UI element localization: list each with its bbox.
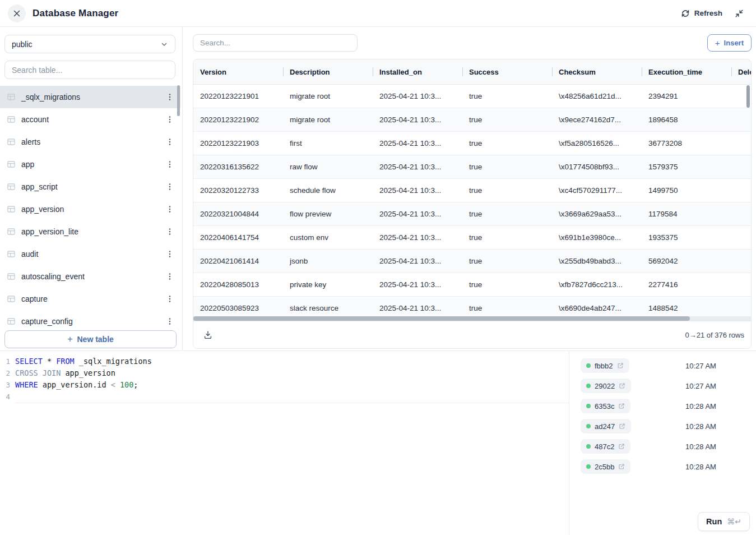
table-menu-button[interactable]	[165, 91, 175, 103]
table-cell[interactable]: 20220321004844	[193, 210, 283, 218]
table-cell[interactable]: 2025-04-21 10:3...	[373, 92, 462, 100]
table-cell[interactable]: 2025-04-21 10:3...	[373, 163, 462, 171]
table-cell[interactable]: \xfb7827d6cc213...	[552, 280, 642, 289]
table-cell[interactable]: flow preview	[283, 210, 373, 218]
table-cell[interactable]: 2394291	[642, 92, 731, 100]
table-search-input[interactable]	[4, 61, 175, 79]
horizontal-scrollbar[interactable]	[193, 316, 690, 321]
table-cell[interactable]: 1179584	[642, 210, 731, 218]
table-cell[interactable]: custom env	[283, 233, 373, 242]
table-cell[interactable]: true	[462, 257, 552, 265]
sql-editor[interactable]: 1 SELECT * FROM _sqlx_migrations 2 CROSS…	[0, 351, 569, 535]
table-cell[interactable]: true	[462, 210, 552, 218]
data-search-input[interactable]	[193, 34, 358, 52]
table-cell[interactable]: 20220316135622	[193, 163, 283, 171]
table-row[interactable]: 20220428085013private key2025-04-21 10:3…	[193, 273, 752, 297]
table-cell[interactable]: \xc4cf570291177...	[552, 186, 642, 195]
query-result-pill[interactable]: 6353c	[581, 399, 630, 413]
table-cell[interactable]: 2025-04-21 10:3...	[373, 233, 462, 242]
collapse-window-button[interactable]	[735, 9, 744, 18]
table-cell[interactable]: 2277416	[642, 280, 731, 289]
table-cell[interactable]: \x6690de4ab247...	[552, 304, 642, 312]
query-result-pill[interactable]: 487c2	[581, 439, 630, 454]
sidebar-table-item[interactable]: audit	[0, 243, 180, 265]
table-cell[interactable]: \x255db49babd3...	[552, 257, 642, 265]
table-cell[interactable]: true	[462, 233, 552, 242]
table-cell[interactable]: \x48256a61d21d...	[552, 92, 642, 100]
table-cell[interactable]: 2025-04-21 10:3...	[373, 139, 462, 147]
table-menu-button[interactable]	[165, 181, 175, 192]
query-result-pill[interactable]: ad247	[581, 419, 631, 433]
table-menu-button[interactable]	[165, 226, 175, 237]
table-cell[interactable]: true	[462, 280, 552, 289]
refresh-button[interactable]: Refresh	[681, 9, 722, 18]
query-result-pill[interactable]: 29022	[581, 379, 631, 393]
table-cell[interactable]: true	[462, 163, 552, 171]
table-cell[interactable]: 2025-04-21 10:3...	[373, 210, 462, 218]
table-menu-button[interactable]	[165, 248, 175, 260]
table-cell[interactable]: 20220428085013	[193, 280, 283, 289]
table-cell[interactable]: 20220503085923	[193, 304, 283, 312]
table-cell[interactable]: 1579375	[642, 163, 731, 171]
sidebar-table-item[interactable]: capture	[0, 288, 180, 310]
table-cell[interactable]: 20220406141754	[193, 233, 283, 242]
table-cell[interactable]: 2025-04-21 10:3...	[373, 116, 462, 124]
table-cell[interactable]: 2025-04-21 10:3...	[373, 304, 462, 312]
table-menu-button[interactable]	[165, 114, 175, 125]
table-cell[interactable]: 1935375	[642, 233, 731, 242]
table-cell[interactable]: jsonb	[283, 257, 373, 265]
table-row[interactable]: 20220421061414jsonb2025-04-21 10:3...tru…	[193, 250, 752, 273]
table-row[interactable]: 20220123221902migrate root2025-04-21 10:…	[193, 108, 752, 132]
table-row[interactable]: 20220406141754custom env2025-04-21 10:3.…	[193, 226, 752, 250]
table-cell[interactable]: 2025-04-21 10:3...	[373, 257, 462, 265]
table-cell[interactable]: \x9ece274162d7...	[552, 116, 642, 124]
sidebar-table-item[interactable]: app_script	[0, 176, 180, 198]
table-cell[interactable]: first	[283, 139, 373, 147]
table-cell[interactable]: true	[462, 92, 552, 100]
table-row[interactable]: 20220316135622raw flow2025-04-21 10:3...…	[193, 155, 752, 179]
table-cell[interactable]: \xf5a280516526...	[552, 139, 642, 147]
table-menu-button[interactable]	[165, 293, 175, 305]
table-cell[interactable]: migrate root	[283, 116, 373, 124]
table-cell[interactable]: true	[462, 186, 552, 195]
table-row[interactable]: 20220320122733schedule flow2025-04-21 10…	[193, 179, 752, 202]
table-cell[interactable]: 36773208	[642, 139, 731, 147]
close-button[interactable]	[8, 4, 26, 22]
sidebar-table-item[interactable]: app	[0, 153, 180, 176]
table-menu-button[interactable]	[165, 271, 175, 282]
table-cell[interactable]: true	[462, 116, 552, 124]
table-menu-button[interactable]	[165, 204, 175, 215]
table-cell[interactable]: private key	[283, 280, 373, 289]
table-cell[interactable]: 1499750	[642, 186, 731, 195]
table-cell[interactable]: 20220421061414	[193, 257, 283, 265]
sidebar-table-item[interactable]: capture_config	[0, 310, 180, 328]
download-button[interactable]	[203, 330, 212, 339]
table-cell[interactable]: 5692042	[642, 257, 731, 265]
table-cell[interactable]: \x691b1e3980ce...	[552, 233, 642, 242]
table-row[interactable]: 20220123221901migrate root2025-04-21 10:…	[193, 85, 752, 108]
table-cell[interactable]: 20220123221902	[193, 116, 283, 124]
sidebar-table-item[interactable]: app_version_lite	[0, 220, 180, 243]
sidebar-table-item[interactable]: account	[0, 108, 180, 131]
table-cell[interactable]: 2025-04-21 10:3...	[373, 280, 462, 289]
table-row[interactable]: 20220321004844flow preview2025-04-21 10:…	[193, 202, 752, 226]
table-row[interactable]: 20220123221903first2025-04-21 10:3...tru…	[193, 132, 752, 155]
vertical-scrollbar[interactable]	[746, 85, 750, 108]
sidebar-table-item[interactable]: _sqlx_migrations	[0, 86, 180, 108]
sidebar-table-item[interactable]: app_version	[0, 198, 180, 220]
table-cell[interactable]: raw flow	[283, 163, 373, 171]
table-cell[interactable]: true	[462, 139, 552, 147]
table-cell[interactable]: 20220320122733	[193, 186, 283, 195]
table-cell[interactable]: 20220123221903	[193, 139, 283, 147]
query-result-pill[interactable]: 2c5bb	[581, 459, 630, 474]
table-menu-button[interactable]	[165, 136, 175, 147]
query-result-pill[interactable]: fbbb2	[581, 358, 629, 373]
table-cell[interactable]: \x3669a629aa53...	[552, 210, 642, 218]
table-cell[interactable]: migrate root	[283, 92, 373, 100]
table-cell[interactable]: 1896458	[642, 116, 731, 124]
table-cell[interactable]: 2025-04-21 10:3...	[373, 186, 462, 195]
table-cell[interactable]: schedule flow	[283, 186, 373, 195]
sidebar-table-item[interactable]: alerts	[0, 131, 180, 153]
new-table-button[interactable]: + New table	[4, 330, 177, 348]
table-cell[interactable]: 1488542	[642, 304, 731, 312]
